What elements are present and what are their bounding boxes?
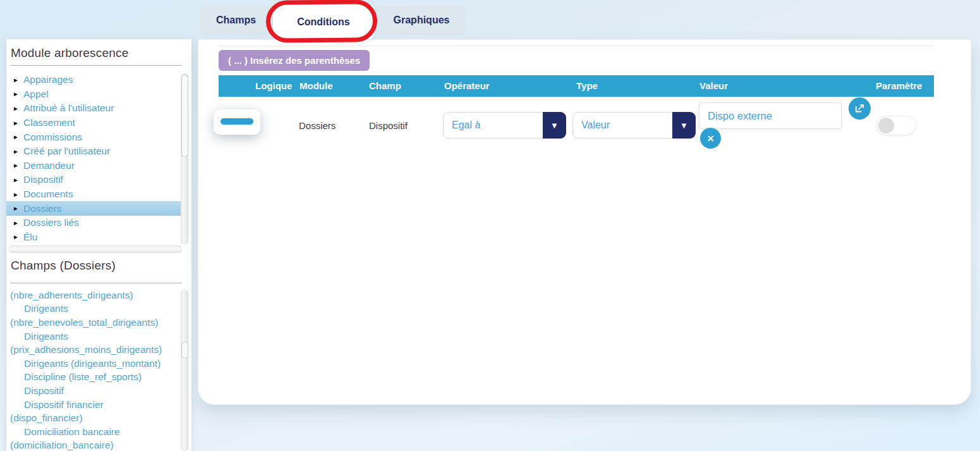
fields-scrollbar-thumb[interactable] [181, 342, 188, 359]
tree-expand-icon[interactable]: ► [13, 162, 23, 169]
tree-item-label: Documents [23, 188, 73, 200]
header-type: Type [576, 80, 598, 91]
tree-expand-icon[interactable]: ► [13, 219, 23, 226]
tree-item-dossiers-lies[interactable]: ►Dossiers liés [6, 216, 181, 230]
sidebar-panel: Module arborescence ►Appairages ►Appel ►… [6, 39, 191, 451]
tree-item-dossiers-selected[interactable]: ►Dossiers [6, 201, 181, 216]
tree-item-label: Dossiers [23, 203, 61, 214]
tree-item-label: Appel [23, 89, 49, 100]
tree-item-documents[interactable]: ►Documents [6, 187, 181, 202]
tree-expand-icon[interactable]: ► [13, 148, 23, 155]
tree-expand-icon[interactable]: ► [13, 105, 23, 112]
tab-graphiques-label: Graphiques [394, 15, 450, 26]
delete-condition-button[interactable]: ✕ [700, 128, 721, 149]
field-line[interactable]: (nbre_adherents_dirigeants) [6, 288, 181, 302]
field-line[interactable]: Dispositif [6, 384, 181, 398]
conditions-table-header: Logique Module Champ Opérateur Type Vale… [219, 75, 934, 97]
divider [10, 283, 182, 283]
field-line[interactable]: (dispo_financier) [6, 411, 181, 425]
tree-item-dispositif[interactable]: ►Dispositif [6, 173, 181, 187]
chevron-down-icon[interactable]: ▼ [672, 112, 696, 139]
tree-item-attribue[interactable]: ►Attribué à l'utilisateur [6, 101, 181, 116]
header-parametre: Paramètre [876, 80, 922, 91]
tree-expand-icon[interactable]: ► [13, 191, 23, 198]
tree-item-commissions[interactable]: ►Commissions [6, 130, 181, 144]
field-line[interactable]: Dirigeants [6, 302, 181, 316]
tree-item-label: Dispositif [23, 174, 63, 185]
tree-item-demandeur[interactable]: ►Demandeur [6, 159, 181, 173]
field-line[interactable]: (nbre_benevoles_total_dirigeants) [6, 316, 181, 330]
tab-conditions-label: Conditions [297, 16, 350, 28]
tree-item-label: Créé par l'utilisateur [23, 145, 110, 157]
tree-item-appel[interactable]: ►Appel [6, 87, 181, 102]
close-icon: ✕ [707, 133, 715, 144]
row-champ-value: Dispositif [369, 120, 408, 131]
module-tree: ►Appairages ►Appel ►Attribué à l'utilisa… [6, 73, 181, 244]
fields-list: (nbre_adherents_dirigeants) Dirigeants (… [6, 288, 181, 451]
tab-champs[interactable]: Champs [200, 6, 272, 35]
type-select-value: Valeur [581, 113, 610, 138]
tree-item-label: Attribué à l'utilisateur [23, 102, 114, 114]
field-line[interactable]: Discipline (liste_ref_sports) [6, 371, 181, 385]
tab-conditions[interactable]: Conditions [273, 4, 374, 39]
field-line[interactable]: Dirigeants [6, 330, 181, 343]
chevron-down-icon[interactable]: ▼ [543, 112, 566, 139]
tree-scrollbar-thumb[interactable] [181, 75, 188, 157]
conditions-panel: ( ... ) Insérez des parenthèses Logique … [198, 39, 971, 405]
insert-parentheses-button[interactable]: ( ... ) Insérez des parenthèses [219, 50, 370, 71]
tree-expand-icon[interactable]: ► [13, 133, 23, 140]
field-line[interactable]: Dirigeants (dirigeants_montant) [6, 357, 181, 371]
fields-title: Champs (Dossiers) [11, 259, 116, 273]
edit-icon [854, 103, 865, 114]
tree-expand-icon[interactable]: ► [13, 90, 23, 97]
header-module: Module [299, 80, 333, 91]
tree-item-label: Élu [23, 232, 37, 243]
tree-expand-icon[interactable]: ► [13, 120, 23, 127]
field-line[interactable]: Dispositif financier [6, 398, 181, 412]
valeur-input[interactable] [699, 102, 842, 129]
header-champ: Champ [369, 80, 401, 91]
toggle-knob [878, 118, 894, 133]
logique-indicator [221, 118, 253, 125]
tree-scrollbar-track[interactable] [181, 73, 188, 244]
tree-item-label: Commissions [23, 132, 82, 143]
tree-expand-icon[interactable]: ► [13, 77, 23, 83]
field-line[interactable]: (prix_adhesions_moins_dirigeants) [6, 343, 181, 357]
field-line[interactable]: (domiciliation_bancaire) [6, 439, 181, 451]
tab-graphiques[interactable]: Graphiques [377, 6, 466, 35]
header-logique: Logique [255, 80, 292, 91]
type-select[interactable]: Valeur ▼ [572, 112, 696, 139]
tree-expand-icon[interactable]: ► [13, 205, 23, 212]
header-valeur: Valeur [699, 80, 728, 91]
row-module-value: Dossiers [299, 120, 336, 131]
tree-horizontal-scrollbar[interactable] [9, 245, 182, 253]
fields-scrollbar-track[interactable] [181, 290, 188, 451]
tree-item-elu[interactable]: ►Élu [6, 230, 181, 245]
tree-item-label: Dossiers liés [23, 217, 79, 228]
edit-value-button[interactable] [849, 97, 871, 120]
tree-expand-icon[interactable]: ► [13, 176, 23, 183]
divider [10, 65, 182, 66]
tree-item-classement[interactable]: ►Classement [6, 116, 181, 130]
tree-item-label: Appairages [23, 74, 73, 85]
operateur-select[interactable]: Egal à ▼ [443, 112, 566, 139]
tree-item-label: Classement [23, 117, 75, 128]
tree-item-cree-par[interactable]: ►Créé par l'utilisateur [6, 144, 181, 159]
field-line[interactable]: Domiciliation bancaire [6, 425, 181, 439]
module-tree-title: Module arborescence [11, 46, 129, 60]
operateur-select-value: Egal à [452, 113, 480, 138]
tree-item-appairages[interactable]: ►Appairages [6, 73, 181, 87]
header-operateur: Opérateur [444, 80, 490, 91]
tree-expand-icon[interactable]: ► [13, 233, 23, 240]
divider [219, 46, 934, 46]
tree-item-label: Demandeur [23, 160, 75, 171]
tab-champs-label: Champs [216, 15, 256, 26]
parametre-toggle[interactable] [876, 116, 916, 135]
